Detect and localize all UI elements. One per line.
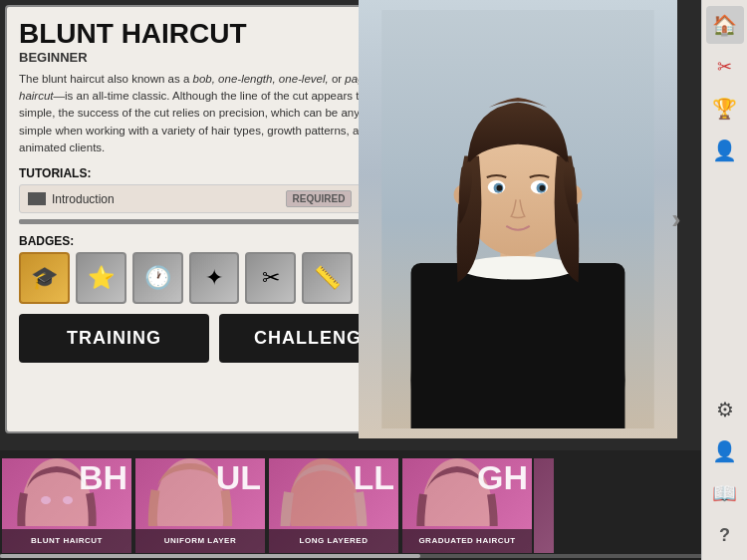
ll-label: LONG LAYERED bbox=[300, 536, 369, 545]
bottom-scrollbar[interactable] bbox=[0, 554, 701, 558]
main-container: BLUNT HAIRCUT BEGINNER The blunt haircut… bbox=[0, 0, 747, 560]
user-sidebar-icon[interactable]: 👤 bbox=[706, 432, 744, 470]
scissors-sidebar-icon[interactable]: ✂ bbox=[706, 48, 744, 86]
tutorials-section: TUTORIALS: Introduction REQUIRED ★ 10/10 bbox=[19, 166, 409, 224]
badges-row: 🎓 ⭐ 🕐 ✦ ✂ 📏 👁 bbox=[19, 252, 409, 304]
haircut-item-gh[interactable]: GH GRADUATED HAIRCUT bbox=[400, 458, 534, 553]
haircut-item-bh[interactable]: BH BLUNT HAIRCUT bbox=[0, 458, 133, 553]
settings-sidebar-icon[interactable]: ⚙ bbox=[706, 391, 744, 428]
book-sidebar-icon[interactable]: 📖 bbox=[706, 474, 744, 512]
svg-point-4 bbox=[459, 256, 576, 279]
progress-fill bbox=[19, 219, 409, 224]
trophy-sidebar-icon[interactable]: 🏆 bbox=[706, 90, 744, 128]
scroll-thumb bbox=[0, 554, 420, 558]
tutorials-label: TUTORIALS: bbox=[19, 166, 409, 180]
svg-rect-2 bbox=[411, 263, 625, 428]
character-area bbox=[359, 0, 677, 438]
badge-scissors: ✂ bbox=[245, 252, 296, 304]
badge-star: ⭐ bbox=[76, 252, 126, 304]
title-section: BLUNT HAIRCUT BEGINNER bbox=[19, 19, 409, 65]
tutorial-book-icon bbox=[28, 192, 46, 205]
badge-clock: 🕐 bbox=[132, 252, 183, 304]
svg-point-11 bbox=[539, 185, 545, 191]
badge-graduation: 🎓 bbox=[19, 252, 70, 304]
tutorial-name: Introduction bbox=[52, 192, 286, 206]
right-sidebar: 🏠 ✂ 🏆 👤 ⚙ 👤 📖 ? bbox=[701, 0, 747, 560]
gh-code: GH bbox=[477, 460, 528, 494]
training-button[interactable]: TRAINING bbox=[19, 314, 209, 363]
bh-code: BH bbox=[79, 460, 127, 494]
action-buttons: TRAINING CHALLENGE bbox=[19, 314, 409, 363]
badges-section: BADGES: 🎓 ⭐ 🕐 ✦ ✂ 📏 👁 bbox=[19, 234, 409, 304]
ul-code: UL bbox=[216, 460, 261, 494]
haircut-title: BLUNT HAIRCUT bbox=[19, 19, 409, 50]
haircut-item-ll[interactable]: LL LONG LAYERED bbox=[267, 458, 400, 553]
bh-label: BLUNT HAIRCUT bbox=[31, 536, 103, 545]
svg-point-10 bbox=[497, 185, 503, 191]
partial-item bbox=[534, 458, 554, 553]
gh-label: GRADUATED HAIRCUT bbox=[418, 536, 515, 545]
haircut-level: BEGINNER bbox=[19, 50, 409, 65]
bottom-bar: BH BLUNT HAIRCUT UL UNI bbox=[0, 450, 701, 560]
svg-point-15 bbox=[41, 496, 51, 504]
home-sidebar-icon[interactable]: 🏠 bbox=[706, 6, 744, 44]
required-badge: REQUIRED bbox=[286, 190, 353, 207]
svg-point-16 bbox=[63, 496, 73, 504]
question-sidebar-icon[interactable]: ? bbox=[706, 516, 744, 554]
progress-bar bbox=[19, 219, 409, 224]
badge-sparkle: ✦ bbox=[189, 252, 240, 304]
ll-code: LL bbox=[353, 460, 394, 494]
badge-ruler: 📏 bbox=[302, 252, 353, 304]
haircut-item-ul[interactable]: UL UNIFORM LAYER bbox=[133, 458, 267, 553]
person-sidebar-icon[interactable]: 👤 bbox=[706, 132, 744, 169]
tutorial-row: Introduction REQUIRED ★ 10/10 bbox=[19, 184, 409, 213]
character-svg bbox=[378, 10, 657, 428]
description-text: The blunt haircut also known as a bob, o… bbox=[19, 71, 409, 156]
badges-label: BADGES: bbox=[19, 234, 409, 248]
chevron-right-icon[interactable]: › bbox=[661, 194, 691, 244]
ul-label: UNIFORM LAYER bbox=[164, 536, 236, 545]
